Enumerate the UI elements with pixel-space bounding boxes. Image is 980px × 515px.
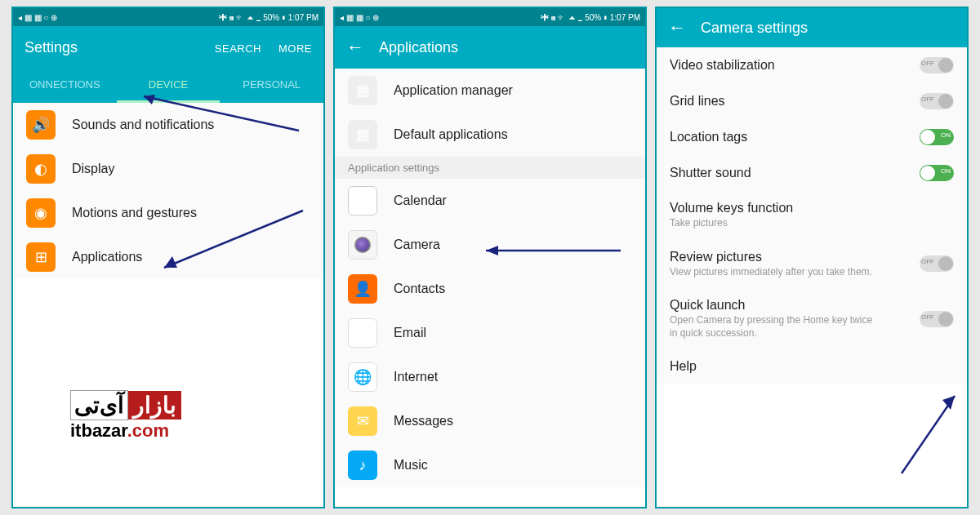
back-arrow-icon[interactable]: ← (668, 17, 686, 38)
motion-icon: ◉ (26, 198, 56, 228)
row-volume-keys[interactable]: Volume keys function Take pictures (657, 191, 967, 240)
toggle-review-pictures[interactable] (920, 255, 954, 272)
tab-device[interactable]: DEVICE (117, 69, 220, 103)
row-help[interactable]: Help (657, 349, 967, 384)
item-default-apps[interactable]: ▦ Default applications (335, 113, 645, 157)
settings-header: Settings SEARCH MORE (13, 26, 323, 69)
phone-screen-camera-settings: ← Camera settings Video stabilization Gr… (655, 7, 969, 508)
item-calendar[interactable]: 23 Calendar (335, 179, 645, 223)
row-location-tags[interactable]: Location tags (657, 119, 967, 155)
display-icon: ◐ (26, 154, 56, 184)
row-video-stabilization[interactable]: Video stabilization (657, 47, 967, 83)
row-quick-launch[interactable]: Quick launch Open Camera by pressing the… (657, 288, 967, 349)
item-label: Applications (72, 250, 142, 264)
status-right: ✱ ▦ ᯤ ⏶ ▁ 50% ▮ 1:07 PM (219, 13, 318, 22)
page-title: Applications (379, 39, 634, 56)
phone-screen-settings: ◂ ▦ ▦ ○ ⊕ ✱ ▦ ᯤ ⏶ ▁ 50% ▮ 1:07 PM Settin… (11, 7, 325, 508)
apps-list: ▦ Application manager ▦ Default applicat… (335, 69, 645, 487)
item-internet[interactable]: 🌐 Internet (335, 355, 645, 399)
page-title: Settings (24, 39, 202, 56)
item-messages[interactable]: ✉ Messages (335, 399, 645, 443)
item-email[interactable]: @ Email (335, 311, 645, 355)
music-icon: ♪ (348, 451, 377, 480)
settings-list: 🔊 Sounds and notifications ◐ Display ◉ M… (13, 103, 323, 279)
item-label: Motions and gestures (72, 206, 197, 220)
row-grid-lines[interactable]: Grid lines (657, 83, 967, 119)
status-bar: ◂ ▦ ▦ ○ ⊕ ✱ ▦ ᯤ ⏶ ▁ 50% ▮ 1:07 PM (13, 8, 323, 26)
status-bar: ◂ ▦ ▦ ○ ⊕ ✱ ▦ ᯤ ⏶ ▁ 50% ▮ 1:07 PM (335, 8, 645, 26)
contacts-icon: 👤 (348, 274, 377, 304)
item-label: Display (72, 162, 114, 176)
toggle-quick-launch[interactable] (920, 311, 954, 327)
messages-icon: ✉ (348, 406, 377, 436)
back-arrow-icon[interactable]: ← (346, 37, 364, 58)
camera-settings-list: Video stabilization Grid lines Location … (657, 47, 967, 384)
item-app-manager[interactable]: ▦ Application manager (335, 69, 645, 113)
item-applications[interactable]: ⊞ Applications (13, 235, 323, 279)
item-sounds[interactable]: 🔊 Sounds and notifications (13, 103, 323, 147)
itbazar-logo: بازارآی‌تی itbazar.com (70, 392, 181, 442)
search-action[interactable]: SEARCH (215, 42, 261, 55)
camera-settings-header: ← Camera settings (657, 8, 967, 47)
sound-icon: 🔊 (26, 110, 56, 140)
svg-marker-7 (942, 396, 955, 410)
item-music[interactable]: ♪ Music (335, 443, 645, 487)
item-display[interactable]: ◐ Display (13, 147, 323, 191)
item-label: Sounds and notifications (72, 118, 214, 132)
toggle-video-stabilization[interactable] (920, 57, 954, 73)
annotation-arrow (869, 384, 969, 482)
toggle-shutter-sound[interactable] (920, 165, 954, 181)
apps-icon: ⊞ (26, 242, 56, 272)
page-title: Camera settings (701, 20, 956, 37)
globe-icon: 🌐 (348, 362, 377, 392)
applications-header: ← Applications (335, 26, 645, 69)
item-contacts[interactable]: 👤 Contacts (335, 267, 645, 311)
row-shutter-sound[interactable]: Shutter sound (657, 155, 967, 191)
camera-icon (348, 230, 377, 260)
more-action[interactable]: MORE (278, 42, 312, 55)
toggle-location-tags[interactable] (920, 129, 954, 145)
email-icon: @ (348, 318, 377, 348)
default-apps-icon: ▦ (348, 120, 377, 149)
app-manager-icon: ▦ (348, 76, 377, 105)
toggle-grid-lines[interactable] (920, 93, 954, 109)
logo-red-part: بازار (128, 391, 181, 420)
logo-white-part: آی‌تی (70, 390, 128, 420)
item-camera[interactable]: Camera (335, 223, 645, 267)
phone-screen-applications: ◂ ▦ ▦ ○ ⊕ ✱ ▦ ᯤ ⏶ ▁ 50% ▮ 1:07 PM ← Appl… (333, 7, 647, 508)
row-review-pictures[interactable]: Review pictures View pictures immediatel… (657, 240, 967, 289)
settings-tabs: ONNECTIONS DEVICE PERSONAL (13, 69, 323, 103)
tab-personal[interactable]: PERSONAL (220, 69, 323, 103)
calendar-icon: 23 (348, 186, 377, 215)
tab-connections[interactable]: ONNECTIONS (13, 69, 117, 103)
svg-line-6 (902, 396, 955, 473)
section-header: Application settings (335, 157, 645, 179)
status-icons-left: ◂ ▦ ▦ ○ ⊕ (18, 13, 57, 22)
item-motions[interactable]: ◉ Motions and gestures (13, 191, 323, 235)
